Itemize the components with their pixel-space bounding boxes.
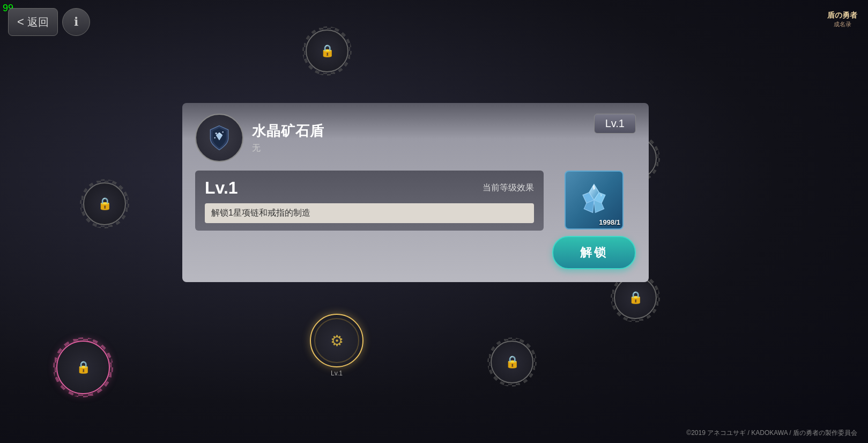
level-number: Lv.1 [205,178,238,198]
unlock-section: 1998/1 解锁 [552,171,636,269]
node-circle-top-center[interactable]: 🔒 [306,29,348,72]
node-circle-mid-right[interactable]: 🔒 [614,276,657,319]
item-sub: 无 [252,143,585,154]
back-arrow-icon: < [17,15,24,29]
node-bottom-center[interactable]: ⚙ Lv.1 [310,314,363,377]
item-icon-container [195,114,243,162]
brand-line2: 成名录 [827,20,857,28]
material-box: 1998/1 [565,171,624,230]
top-navigation: < 返回 ℹ [8,8,90,36]
back-label: 返回 [27,15,49,29]
back-button[interactable]: < 返回 [8,8,58,36]
svg-marker-16 [584,200,594,212]
svg-point-9 [216,132,217,134]
brand-logo: 盾の勇者 成名录 [827,11,857,28]
node-label-bottom-center: Lv.1 [331,370,343,377]
node-mid-left[interactable]: 🔒 [83,182,126,225]
node-circle-mid-left[interactable]: 🔒 [83,182,126,225]
svg-marker-17 [594,200,604,212]
unlock-button[interactable]: 解锁 [552,236,636,269]
node-circle-bottom-right[interactable]: 🔒 [491,341,533,383]
level-header: Lv.1 当前等级效果 [205,178,534,198]
level-effect-label: 当前等级效果 [483,182,534,194]
brand-line1: 盾の勇者 [827,11,857,20]
level-section: Lv.1 当前等级效果 解锁1星项链和戒指的制造 [195,171,544,269]
info-icon: ℹ [74,15,78,29]
dialog-body: Lv.1 当前等级效果 解锁1星项链和戒指的制造 [195,171,636,269]
node-circle-bottom-left[interactable]: 🔒 [56,341,110,394]
item-level-badge: Lv.1 [594,114,636,134]
node-circle-bottom-center[interactable]: ⚙ [310,314,363,367]
node-bottom-right[interactable]: 🔒 [491,341,533,383]
material-count: 1998/1 [599,218,620,226]
shield-icon [206,124,233,151]
level-info-box: Lv.1 当前等级效果 解锁1星项链和戒指的制造 [195,171,544,231]
svg-point-10 [222,131,224,133]
level-description: 解锁1星项链和戒指的制造 [205,203,534,223]
copyright-text: ©2019 アネコユサギ / KADOKAWA / 盾の勇者の製作委員会 [686,429,857,438]
skill-dialog: 水晶矿石盾 无 Lv.1 Lv.1 当前等级效果 解锁1星项链和戒指的制造 [182,103,649,282]
crystal-icon [575,181,613,219]
info-button[interactable]: ℹ [62,8,90,36]
node-top-center[interactable]: 🔒 [306,29,348,72]
node-mid-right[interactable]: 🔒 [614,276,657,319]
dialog-header: 水晶矿石盾 无 Lv.1 [195,114,636,162]
svg-point-11 [214,137,216,139]
item-name: 水晶矿石盾 [252,122,585,141]
node-bottom-left[interactable]: 🔒 [56,341,110,394]
item-title-area: 水晶矿石盾 无 [252,122,585,154]
